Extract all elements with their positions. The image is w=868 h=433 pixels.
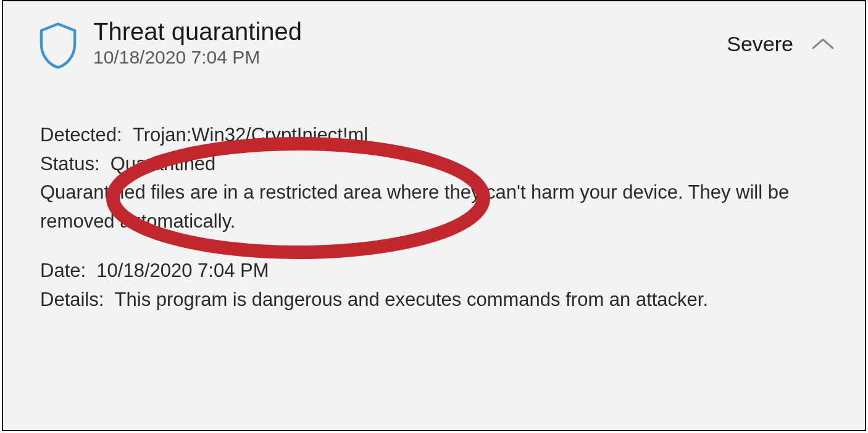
- threat-body: Detected: Trojan:Win32/CryptInject!ml St…: [3, 72, 865, 314]
- detected-value: Trojan:Win32/CryptInject!ml: [133, 121, 368, 150]
- status-value: Quarantined: [111, 150, 216, 179]
- threat-title: Threat quarantined: [93, 17, 727, 46]
- status-row: Status: Quarantined: [40, 150, 828, 179]
- shield-icon: [38, 17, 87, 72]
- threat-detail-panel: Threat quarantined 10/18/2020 7:04 PM Se…: [2, 0, 866, 431]
- detected-label: Detected:: [40, 121, 133, 150]
- details-row: Details: This program is dangerous and e…: [40, 286, 828, 315]
- chevron-up-icon[interactable]: [811, 37, 835, 52]
- details-label: Details:: [40, 286, 115, 315]
- header-right: Severe: [727, 17, 835, 56]
- threat-timestamp: 10/18/2020 7:04 PM: [93, 47, 727, 68]
- threat-title-block: Threat quarantined 10/18/2020 7:04 PM: [87, 17, 727, 68]
- detected-row: Detected: Trojan:Win32/CryptInject!ml: [40, 121, 828, 150]
- details-value: This program is dangerous and executes c…: [115, 286, 828, 315]
- threat-header[interactable]: Threat quarantined 10/18/2020 7:04 PM Se…: [3, 1, 865, 72]
- date-value: 10/18/2020 7:04 PM: [96, 257, 269, 286]
- quarantine-description: Quarantined files are in a restricted ar…: [40, 178, 828, 236]
- status-label: Status:: [40, 150, 111, 179]
- date-label: Date:: [40, 257, 96, 286]
- date-row: Date: 10/18/2020 7:04 PM: [40, 257, 828, 286]
- severity-label: Severe: [727, 32, 793, 56]
